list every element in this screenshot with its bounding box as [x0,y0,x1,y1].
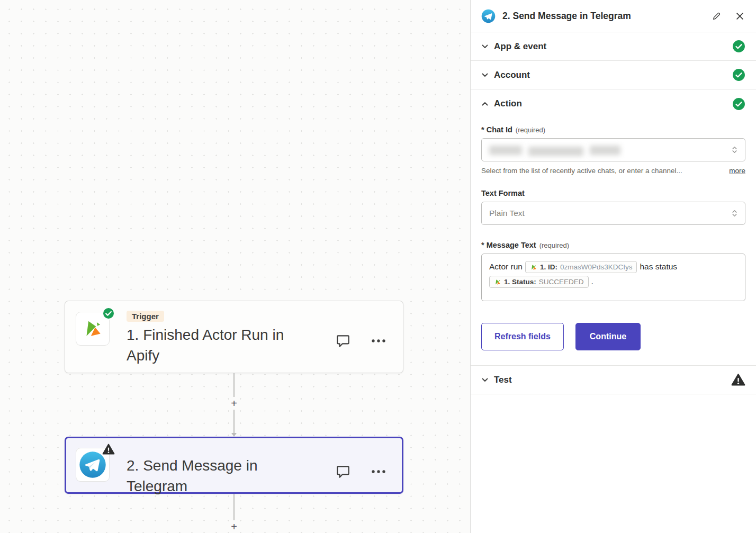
ellipsis-menu-icon [371,469,386,474]
trigger-step-title: 1. Finished Actor Run in Apify [127,324,309,366]
chevron-down-icon[interactable] [481,43,489,50]
section-label-action: Action [494,98,727,109]
redacted-value [489,146,522,155]
success-check-badge-icon [102,307,115,320]
field-token-run-id[interactable]: 1. ID:0zmasW0Pds3KDCIys [525,261,637,273]
more-link[interactable]: more [729,167,745,175]
action-step-card[interactable]: 2. Send Message in Telegram [65,437,403,494]
chat-id-select[interactable] [481,138,745,161]
warning-triangle-icon [731,373,745,386]
section-label-test: Test [494,375,726,385]
action-buttons-row: Refresh fields Continue [481,323,745,350]
add-step-button[interactable]: + [231,520,237,533]
edit-pencil-icon [712,12,721,21]
continue-button[interactable]: Continue [575,323,641,350]
up-down-chevrons-icon [731,146,739,154]
connector-arrow-icon [231,433,237,437]
workflow-canvas[interactable]: Trigger 1. Finished Actor Run in Apify + [0,0,470,533]
action-section-content: *Chat Id(required) Select from the list … [471,118,756,366]
text-format-select[interactable]: Plain Text [481,202,745,225]
action-step-title: 2. Send Message in Telegram [127,455,309,496]
close-panel-button[interactable] [734,11,745,22]
trigger-type-pill: Trigger [127,311,164,322]
chat-id-helper-row: Select from the list of recently active … [481,167,745,175]
apify-logo-icon [530,264,537,271]
check-circle-icon [732,40,745,53]
add-step-button[interactable]: + [231,397,237,410]
note-bubble-icon [335,333,351,349]
required-note: (required) [539,241,569,249]
add-note-button[interactable] [334,463,352,481]
required-note: (required) [516,126,545,134]
section-action[interactable]: Action [471,89,756,118]
up-down-chevrons-icon [731,209,739,218]
message-text-static: Actor run [489,262,523,271]
required-asterisk: * [481,241,484,249]
chevron-down-icon[interactable] [481,71,489,79]
chevron-down-icon[interactable] [481,376,489,384]
connector-line [233,494,235,520]
step-menu-button[interactable] [370,338,387,344]
chat-id-helper-text: Select from the list of recently active … [481,167,723,175]
warning-badge-icon [102,443,115,456]
close-x-icon [735,12,744,21]
step-title: 2. Send Message in Telegram [502,11,704,22]
check-circle-icon [732,68,745,82]
apify-app-icon-box [76,312,110,346]
message-text-static: . [591,277,593,286]
ellipsis-menu-icon [371,339,386,343]
section-test[interactable]: Test [471,366,756,394]
message-text-label: *Message Text(required) [481,241,745,249]
step-menu-button[interactable] [370,468,387,475]
trigger-step-card[interactable]: Trigger 1. Finished Actor Run in Apify [65,301,403,373]
chat-id-label: *Chat Id(required) [481,125,745,134]
token-label: 1. Status: [504,277,536,287]
section-app-event[interactable]: App & event [471,32,756,61]
rename-step-button[interactable] [711,11,722,22]
connector-line [233,410,235,433]
step-connector: + [229,373,239,437]
token-label: 1. ID: [540,262,557,272]
redacted-value [590,146,620,155]
connector-line [233,373,235,397]
message-text-static: has status [640,262,677,271]
message-text-editor[interactable]: Actor run1. ID:0zmasW0Pds3KDCIyshas stat… [481,254,745,301]
section-account[interactable]: Account [471,61,756,89]
step-connector: + [229,494,239,533]
redacted-value [528,147,583,156]
check-circle-icon [732,97,745,111]
panel-header: 2. Send Message in Telegram [471,0,756,32]
refresh-fields-button[interactable]: Refresh fields [481,323,564,350]
token-value: SUCCEEDED [539,277,584,287]
text-format-value: Plain Text [489,209,525,218]
apify-logo-icon [494,278,501,286]
apify-logo-icon [82,318,104,340]
step-config-panel: 2. Send Message in Telegram App & event … [470,0,756,533]
telegram-logo-icon [481,9,496,23]
required-asterisk: * [481,125,484,134]
text-format-label: Text Format [481,189,745,197]
note-bubble-icon [335,464,351,480]
action-card-actions [334,463,387,481]
token-value: 0zmasW0Pds3KDCIys [560,262,633,272]
section-label-app-event: App & event [494,41,727,52]
add-note-button[interactable] [334,332,352,350]
field-token-run-status[interactable]: 1. Status:SUCCEEDED [489,276,589,288]
section-label-account: Account [494,70,727,80]
chevron-up-icon[interactable] [481,100,489,107]
trigger-card-actions [334,332,387,350]
telegram-app-icon-box [76,448,110,482]
